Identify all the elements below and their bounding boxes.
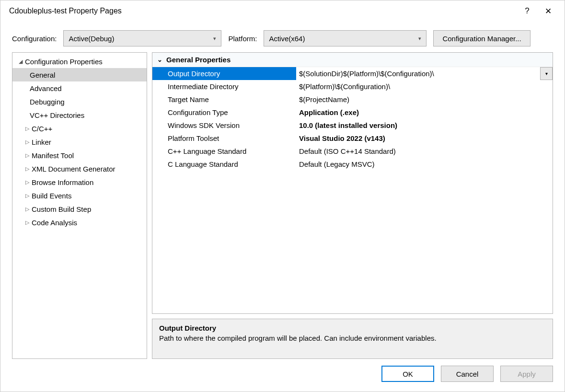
tree-item-label: Browse Information [32, 178, 93, 186]
toolbar: Configuration: Active(Debug) ▾ Platform:… [0, 22, 565, 52]
close-button[interactable]: ✕ [538, 0, 559, 22]
configuration-value: Active(Debug) [69, 35, 114, 43]
description-title: Output Directory [159, 324, 546, 332]
tree-panel[interactable]: ◢ Configuration Properties GeneralAdvanc… [12, 52, 147, 359]
property-name: Platform Toolset [152, 132, 296, 145]
tree-item-label: Debugging [30, 98, 65, 106]
property-row[interactable]: C Language StandardDefault (Legacy MSVC) [152, 158, 553, 171]
tree-item[interactable]: Debugging [12, 95, 147, 108]
property-name: Output Directory [152, 67, 296, 80]
tree-item[interactable]: ▷Browse Information [12, 175, 147, 189]
tree-item-label: General [30, 71, 55, 79]
property-row[interactable]: C++ Language StandardDefault (ISO C++14 … [152, 145, 553, 158]
property-row[interactable]: Output Directory$(SolutionDir)$(Platform… [152, 67, 553, 80]
property-pages-dialog: Cdoubleplus-test Property Pages ? ✕ Conf… [0, 0, 565, 392]
configuration-manager-button[interactable]: Configuration Manager... [433, 30, 530, 46]
configuration-combo[interactable]: Active(Debug) ▾ [63, 30, 221, 46]
tree-item[interactable]: ▷Manifest Tool [12, 149, 147, 162]
chevron-down-icon: ▾ [418, 35, 421, 42]
property-name: Target Name [152, 93, 296, 106]
tree-item[interactable]: VC++ Directories [12, 108, 147, 122]
property-value[interactable]: Default (Legacy MSVC) [296, 158, 553, 171]
chevron-down-icon: ▾ [545, 71, 548, 76]
property-value[interactable]: Application (.exe) [296, 106, 553, 119]
help-icon: ? [525, 6, 529, 16]
tree-item-label: Manifest Tool [32, 151, 74, 160]
property-value[interactable]: $(Platform)\$(Configuration)\ [296, 80, 553, 93]
tree-item-label: Build Events [32, 192, 71, 200]
tree-item-label: Linker [32, 138, 51, 146]
expander-right-icon: ▷ [24, 139, 31, 145]
property-value[interactable]: $(ProjectName) [296, 93, 553, 106]
expander-right-icon: ▷ [24, 152, 31, 159]
property-name: C Language Standard [152, 158, 296, 171]
expander-right-icon: ▷ [24, 179, 31, 185]
tree-item[interactable]: ▷C/C++ [12, 122, 147, 135]
platform-combo[interactable]: Active(x64) ▾ [264, 30, 427, 46]
apply-button[interactable]: Apply [500, 366, 553, 382]
right-panel: ⌄ General Properties Output Directory$(S… [152, 52, 553, 359]
property-value[interactable]: Default (ISO C++14 Standard) [296, 145, 553, 158]
expander-down-icon: ◢ [17, 58, 24, 65]
property-dropdown-button[interactable]: ▾ [540, 67, 553, 80]
chevron-down-icon: ▾ [213, 35, 216, 42]
platform-label: Platform: [228, 35, 257, 43]
platform-value: Active(x64) [269, 35, 305, 43]
property-name: C++ Language Standard [152, 145, 296, 158]
property-value[interactable]: Visual Studio 2022 (v143) [296, 132, 553, 145]
tree-item-label: XML Document Generator [32, 165, 115, 173]
property-row[interactable]: Intermediate Directory$(Platform)\$(Conf… [152, 80, 553, 93]
expander-right-icon: ▷ [24, 166, 31, 172]
tree-root-item[interactable]: ◢ Configuration Properties [12, 55, 147, 68]
expander-right-icon: ▷ [24, 126, 31, 132]
tree-item[interactable]: ▷Code Analysis [12, 216, 147, 229]
chevron-down-icon: ⌄ [157, 56, 162, 63]
tree-item-label: Advanced [30, 84, 62, 92]
tree-item[interactable]: General [12, 68, 147, 81]
tree-root-label: Configuration Properties [25, 58, 103, 66]
description-panel: Output Directory Path to where the compi… [152, 319, 553, 359]
configuration-label: Configuration: [12, 35, 57, 43]
property-row[interactable]: Target Name$(ProjectName) [152, 93, 553, 106]
cancel-button[interactable]: Cancel [441, 366, 494, 382]
tree-item-label: Custom Build Step [32, 205, 91, 213]
property-row[interactable]: Windows SDK Version10.0 (latest installe… [152, 119, 553, 132]
footer: OK Cancel Apply [0, 366, 565, 392]
tree-item[interactable]: ▷Custom Build Step [12, 202, 147, 216]
window-title: Cdoubleplus-test Property Pages [9, 7, 517, 15]
expander-right-icon: ▷ [24, 219, 31, 226]
property-row[interactable]: Platform ToolsetVisual Studio 2022 (v143… [152, 132, 553, 145]
titlebar: Cdoubleplus-test Property Pages ? ✕ [0, 0, 565, 22]
tree-item[interactable]: ▷Build Events [12, 189, 147, 202]
property-name: Intermediate Directory [152, 80, 296, 93]
body: ◢ Configuration Properties GeneralAdvanc… [0, 52, 565, 366]
tree-item[interactable]: Advanced [12, 81, 147, 95]
help-button[interactable]: ? [517, 0, 538, 22]
tree-item-label: C/C++ [32, 125, 52, 133]
property-row[interactable]: Configuration TypeApplication (.exe) [152, 106, 553, 119]
group-header[interactable]: ⌄ General Properties [152, 53, 553, 67]
property-value[interactable]: 10.0 (latest installed version) [296, 119, 553, 132]
tree-item[interactable]: ▷Linker [12, 135, 147, 149]
close-icon: ✕ [545, 6, 552, 16]
expander-right-icon: ▷ [24, 193, 31, 199]
property-grid[interactable]: ⌄ General Properties Output Directory$(S… [152, 52, 553, 314]
description-text: Path to where the compiled program will … [159, 334, 546, 342]
property-value[interactable]: $(SolutionDir)$(Platform)\$(Configuratio… [296, 67, 540, 80]
property-name: Windows SDK Version [152, 119, 296, 132]
property-name: Configuration Type [152, 106, 296, 119]
group-label: General Properties [166, 56, 231, 64]
tree-item-label: VC++ Directories [30, 111, 84, 119]
expander-right-icon: ▷ [24, 206, 31, 212]
tree-item-label: Code Analysis [32, 219, 77, 227]
ok-button[interactable]: OK [381, 366, 434, 382]
tree-item[interactable]: ▷XML Document Generator [12, 162, 147, 175]
